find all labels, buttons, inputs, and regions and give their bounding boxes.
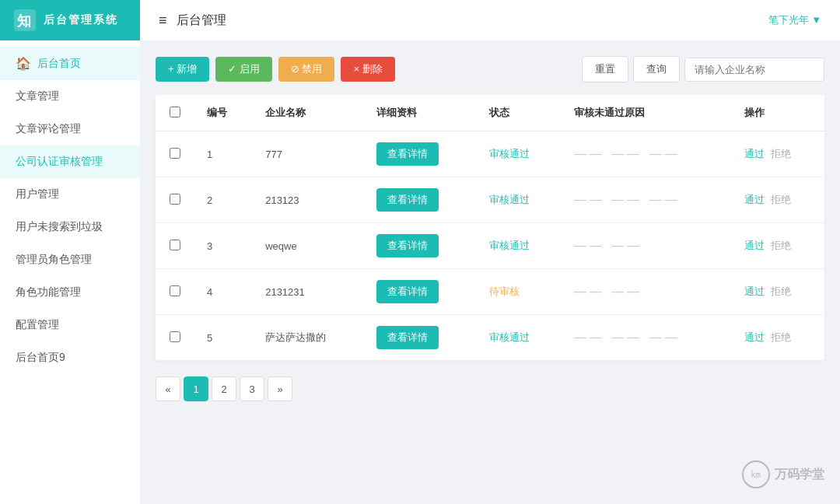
content-area: + 新增 ✓ 启用 ⊘ 禁用 × 删除 重置 查询 编号 企业名称 详细资料 状… [140, 40, 840, 504]
pagination-page-2[interactable]: 2 [212, 376, 236, 401]
sidebar-item-config-label: 配置管理 [16, 318, 59, 332]
row-reason: —— —— —— [562, 131, 732, 177]
row-status: 待审核 [477, 269, 562, 315]
query-button[interactable]: 查询 [633, 56, 680, 82]
pass-button[interactable]: 通过 [744, 331, 765, 345]
col-name: 企业名称 [253, 95, 364, 131]
col-action: 操作 [732, 95, 824, 131]
reject-button[interactable]: 拒绝 [771, 147, 791, 161]
data-table-wrap: 编号 企业名称 详细资料 状态 审核未通过原因 操作 1 777 查看详情 审核… [156, 95, 824, 361]
pagination-page-1[interactable]: 1 [184, 376, 208, 401]
reject-button[interactable]: 拒绝 [771, 239, 791, 253]
row-detail: 查看详情 [364, 223, 477, 269]
enable-button[interactable]: ✓ 启用 [215, 57, 272, 82]
sidebar-item-home[interactable]: 🏠 后台首页 [0, 47, 140, 80]
col-checkbox [156, 95, 194, 131]
row-action: 通过 拒绝 [732, 177, 824, 223]
pagination-next[interactable]: » [268, 376, 292, 401]
table-row: 5 萨达萨达撒的 查看详情 审核通过 —— —— —— 通过 拒绝 [156, 315, 824, 361]
row-name: 萨达萨达撒的 [253, 315, 364, 361]
disable-button[interactable]: ⊘ 禁用 [278, 57, 335, 82]
page-title: 后台管理 [177, 12, 226, 29]
home-icon: 🏠 [16, 56, 31, 71]
sidebar-item-home9[interactable]: 后台首页9 [0, 341, 140, 374]
row-reason: —— —— —— [562, 177, 732, 223]
menu-icon[interactable]: ≡ [159, 12, 167, 29]
sidebar-item-comment[interactable]: 文章评论管理 [0, 113, 140, 145]
row-status: 审核通过 [477, 177, 562, 223]
sidebar-item-company-audit[interactable]: 公司认证审核管理 [0, 145, 140, 178]
row-select-checkbox[interactable] [170, 240, 180, 250]
logo-icon: 知 [12, 8, 37, 33]
user-menu[interactable]: 笔下光年 ▼ [768, 13, 821, 27]
row-num: 1 [194, 131, 253, 177]
detail-button[interactable]: 查看详情 [376, 188, 439, 212]
pass-button[interactable]: 通过 [744, 285, 765, 299]
pass-button[interactable]: 通过 [744, 147, 765, 161]
watermark: ㎞ 万码学堂 [742, 460, 824, 488]
row-checkbox [156, 177, 194, 223]
row-select-checkbox[interactable] [170, 194, 180, 205]
pagination-prev[interactable]: « [156, 376, 180, 401]
sidebar-navigation: 🏠 后台首页 文章管理 文章评论管理 公司认证审核管理 用户管理 用户未搜索到垃… [0, 40, 140, 504]
row-status: 审核通过 [477, 131, 562, 177]
sidebar-item-article-label: 文章管理 [16, 89, 59, 103]
header: ≡ 后台管理 笔下光年 ▼ [140, 0, 840, 40]
detail-button[interactable]: 查看详情 [376, 280, 439, 303]
svg-text:知: 知 [16, 13, 33, 29]
sidebar-item-home-label: 后台首页 [37, 57, 81, 71]
row-detail: 查看详情 [364, 315, 477, 361]
row-name: 777 [253, 131, 364, 177]
reject-button[interactable]: 拒绝 [771, 331, 791, 345]
detail-button[interactable]: 查看详情 [376, 326, 439, 349]
sidebar-item-user[interactable]: 用户管理 [0, 178, 140, 211]
row-action: 通过 拒绝 [732, 269, 824, 315]
pagination-page-3[interactable]: 3 [240, 376, 264, 401]
row-num: 5 [194, 315, 253, 361]
sidebar-item-trash[interactable]: 用户未搜索到垃圾 [0, 211, 140, 243]
add-button[interactable]: + 新增 [156, 57, 209, 82]
row-action: 通过 拒绝 [732, 315, 824, 361]
row-select-checkbox[interactable] [170, 148, 180, 159]
reject-button[interactable]: 拒绝 [771, 193, 791, 207]
sidebar-item-comment-label: 文章评论管理 [16, 122, 81, 136]
sidebar-item-role[interactable]: 管理员角色管理 [0, 243, 140, 276]
sidebar-item-company-audit-label: 公司认证审核管理 [16, 155, 103, 169]
sidebar-item-config[interactable]: 配置管理 [0, 309, 140, 341]
pass-button[interactable]: 通过 [744, 239, 765, 253]
row-num: 2 [194, 177, 253, 223]
select-all-checkbox[interactable] [170, 107, 180, 117]
row-checkbox [156, 223, 194, 269]
pass-button[interactable]: 通过 [744, 193, 765, 207]
sidebar-logo: 知 后台管理系统 [0, 0, 140, 40]
watermark-text: 万码学堂 [775, 467, 824, 483]
row-checkbox [156, 131, 194, 177]
row-reason: —— —— [562, 223, 732, 269]
sidebar-item-trash-label: 用户未搜索到垃圾 [16, 220, 103, 234]
detail-button[interactable]: 查看详情 [376, 142, 439, 166]
delete-button[interactable]: × 删除 [341, 57, 394, 82]
row-select-checkbox[interactable] [170, 331, 180, 342]
row-action: 通过 拒绝 [732, 131, 824, 177]
sidebar-item-user-label: 用户管理 [16, 187, 59, 201]
sidebar-item-function-label: 角色功能管理 [16, 285, 81, 299]
logo-text: 后台管理系统 [44, 13, 118, 27]
reset-button[interactable]: 重置 [582, 56, 628, 82]
sidebar-item-function[interactable]: 角色功能管理 [0, 276, 140, 309]
table-row: 1 777 查看详情 审核通过 —— —— —— 通过 拒绝 [156, 131, 824, 177]
table-row: 3 weqwe 查看详情 审核通过 —— —— 通过 拒绝 [156, 223, 824, 269]
table-row: 4 2131231 查看详情 待审核 —— —— 通过 拒绝 [156, 269, 824, 315]
col-reason: 审核未通过原因 [562, 95, 732, 131]
row-select-checkbox[interactable] [170, 285, 180, 296]
sidebar-item-article[interactable]: 文章管理 [0, 80, 140, 113]
toolbar: + 新增 ✓ 启用 ⊘ 禁用 × 删除 重置 查询 [156, 56, 824, 82]
sidebar-item-role-label: 管理员角色管理 [16, 253, 92, 267]
row-action: 通过 拒绝 [732, 223, 824, 269]
reject-button[interactable]: 拒绝 [771, 285, 791, 299]
watermark-logo: ㎞ [742, 460, 770, 488]
row-num: 4 [194, 269, 253, 315]
detail-button[interactable]: 查看详情 [376, 234, 439, 257]
row-checkbox [156, 315, 194, 361]
data-table: 编号 企业名称 详细资料 状态 审核未通过原因 操作 1 777 查看详情 审核… [156, 95, 824, 361]
search-input[interactable] [684, 58, 824, 82]
